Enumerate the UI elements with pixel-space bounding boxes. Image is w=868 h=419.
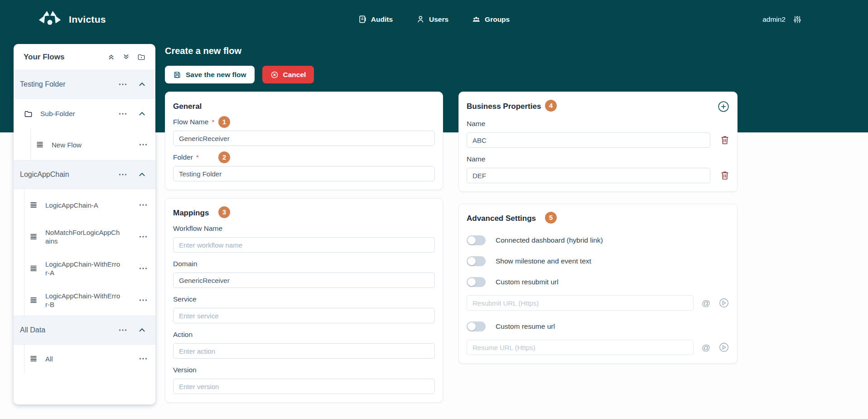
user-menu[interactable]: admin2	[762, 15, 786, 24]
save-flow-button[interactable]: Save the new flow	[165, 66, 255, 83]
toggle-row-show-milestone: Show milestone and event text	[467, 256, 729, 266]
group-menu-icon[interactable]	[119, 173, 127, 176]
action-input[interactable]	[173, 343, 435, 359]
invictus-logo-icon	[38, 10, 62, 29]
group-menu-icon[interactable]	[119, 329, 127, 331]
version-label: Version	[173, 366, 197, 374]
version-label-row: Version	[173, 365, 435, 375]
group-menu-icon[interactable]	[119, 83, 127, 86]
test-url-play-icon[interactable]	[719, 297, 729, 308]
sidebar-title: Your Flows	[24, 53, 64, 62]
workflow-name-input[interactable]	[173, 237, 435, 253]
sidebar-group-all-data[interactable]: All Data	[14, 316, 155, 345]
folder-label-row: Folder * 2	[173, 152, 435, 162]
advanced-settings-heading-row: Advanced Settings 5	[467, 212, 729, 224]
at-mention-icon[interactable]: @	[702, 299, 710, 307]
test-url-play-icon[interactable]	[719, 342, 729, 353]
domain-label: Domain	[173, 260, 197, 268]
general-heading-row: General	[173, 100, 435, 112]
flow-rows-icon	[30, 355, 37, 362]
nav-item-audits[interactable]: Audits	[358, 15, 393, 24]
step-badge-5: 5	[545, 212, 557, 224]
flow-rows-icon	[30, 233, 37, 240]
nav-item-users[interactable]: Users	[416, 15, 448, 24]
resume-url-row: @	[467, 340, 729, 355]
group-controls	[119, 328, 145, 332]
sidebar-item-logicappchain-witherror-a[interactable]: LogicAppChain-WithError-A	[24, 253, 155, 284]
chevron-up-icon[interactable]	[139, 112, 145, 116]
at-mention-icon[interactable]: @	[702, 343, 710, 352]
chevron-up-icon[interactable]	[139, 82, 145, 87]
connected-dashboard-toggle[interactable]	[467, 235, 486, 245]
property-value-input[interactable]	[467, 132, 710, 148]
resume-url-input[interactable]	[467, 340, 694, 355]
cancel-circle-x-icon	[270, 71, 279, 79]
item-menu-icon[interactable]	[139, 357, 147, 360]
item-menu-icon[interactable]	[139, 143, 147, 146]
custom-resume-toggle[interactable]	[467, 322, 486, 331]
add-property-button[interactable]	[718, 101, 729, 112]
sidebar-header: Your Flows	[14, 44, 155, 70]
collapse-all-icon[interactable]	[107, 53, 115, 61]
custom-resubmit-toggle[interactable]	[467, 277, 486, 287]
chevron-up-icon[interactable]	[139, 328, 145, 332]
advanced-settings-heading: Advanced Settings	[467, 214, 536, 223]
sidebar-item-new-flow[interactable]: New Flow	[30, 129, 155, 161]
subfolder-label: Sub-Folder	[40, 110, 75, 118]
delete-property-icon[interactable]	[720, 135, 729, 145]
business-properties-heading-row: Business Properties 4	[467, 100, 729, 112]
sidebar-item-nomatchforlogicappchains[interactable]: NoMatchForLogicAppChains	[24, 221, 155, 253]
subfolder-controls	[119, 112, 145, 116]
sidebar-subfolder[interactable]: Sub-Folder	[14, 99, 155, 129]
item-menu-icon[interactable]	[139, 204, 147, 206]
toggle-row-custom-resume: Custom resume url	[467, 322, 729, 331]
mappings-heading-row: Mappings 3	[173, 207, 435, 219]
property-value-input[interactable]	[467, 168, 710, 183]
step-badge-4: 4	[545, 100, 557, 112]
main-nav: Audits Users Groups	[358, 0, 510, 39]
sidebar-item-all[interactable]: All	[24, 345, 155, 373]
toggle-label: Custom resubmit url	[496, 278, 559, 286]
sidebar-group-testing-folder[interactable]: Testing Folder	[14, 70, 155, 99]
step-badge-2: 2	[218, 151, 230, 163]
required-asterisk: *	[212, 118, 214, 126]
expand-all-icon[interactable]	[122, 53, 130, 61]
folder-input[interactable]	[173, 166, 435, 181]
service-label-row: Service	[173, 294, 435, 304]
action-label: Action	[173, 331, 193, 339]
mappings-card: Mappings 3 Workflow Name Domain Service	[165, 198, 443, 403]
item-label: All	[45, 355, 122, 363]
nav-right: admin2	[762, 0, 802, 39]
flow-name-input[interactable]	[173, 131, 435, 146]
subfolder-menu-icon[interactable]	[119, 112, 127, 115]
service-input[interactable]	[173, 308, 435, 323]
new-folder-icon[interactable]	[137, 53, 145, 61]
cancel-button[interactable]: Cancel	[262, 66, 314, 83]
version-input[interactable]	[173, 379, 435, 394]
property-name-label-row: Name	[467, 119, 729, 129]
nav-item-label: Users	[429, 15, 448, 24]
group-label: LogicAppChain	[20, 171, 69, 179]
resubmit-url-row: @	[467, 295, 729, 311]
item-menu-icon[interactable]	[139, 235, 147, 238]
flow-name-label: Flow Name	[173, 118, 208, 126]
audits-icon	[358, 15, 367, 24]
group-label: All Data	[20, 326, 45, 334]
item-label: LogicAppChain-WithError-B	[45, 292, 122, 309]
item-menu-icon[interactable]	[139, 267, 147, 270]
chevron-up-icon[interactable]	[139, 172, 145, 177]
show-milestone-toggle[interactable]	[467, 256, 486, 266]
domain-input[interactable]	[173, 273, 435, 288]
sidebar-item-logicappchain-witherror-b[interactable]: LogicAppChain-WithError-B	[24, 284, 155, 316]
toggle-label: Custom resume url	[496, 322, 555, 331]
delete-property-icon[interactable]	[720, 171, 729, 180]
item-menu-icon[interactable]	[139, 299, 147, 302]
app-root: Invictus Audits Users	[0, 0, 868, 419]
flow-rows-icon	[36, 141, 43, 148]
sidebar-item-logicappchain-a[interactable]: LogicAppChain-A	[24, 189, 155, 221]
sidebar-group-logicappchain[interactable]: LogicAppChain	[14, 160, 155, 189]
flows-sidebar: Your Flows Testing Folder	[14, 44, 155, 404]
settings-sliders-icon[interactable]	[793, 15, 802, 24]
nav-item-groups[interactable]: Groups	[472, 15, 510, 24]
resubmit-url-input[interactable]	[467, 295, 694, 311]
